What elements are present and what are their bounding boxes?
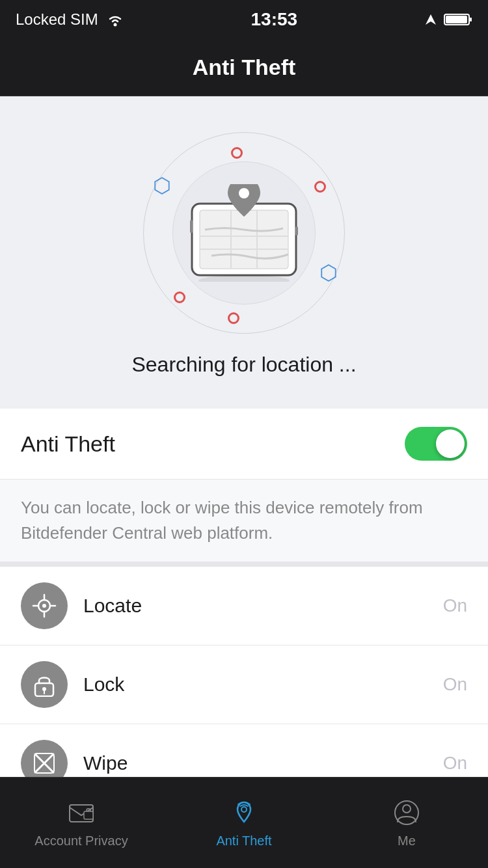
locate-label: Locate [83,595,142,617]
anti-theft-label: Anti Theft [21,431,115,457]
hex-right: ⬡ [319,260,338,285]
tab-bar: Account Privacy Anti Theft Me [0,777,488,868]
hex-left: ⬡ [153,173,171,198]
lock-row[interactable]: Lock On [0,645,488,724]
dot-bottom [228,312,239,324]
tab-me-label: Me [398,834,416,848]
wipe-status: On [443,753,467,774]
anti-theft-toggle-section: Anti Theft [0,409,488,480]
status-right [424,12,472,27]
description-section: You can locate, lock or wipe this device… [0,480,488,567]
svg-rect-4 [446,16,467,23]
svg-rect-3 [470,18,472,21]
status-bar: Locked SIM 13:53 [0,0,488,39]
wifi-icon [106,12,124,27]
locate-icon [21,582,68,629]
location-area: ⬡ ⬡ Searching for location [0,96,488,409]
svg-rect-12 [295,226,298,236]
svg-rect-11 [190,220,193,233]
tab-account-privacy[interactable]: Account Privacy [0,797,163,848]
description-text: You can locate, lock or wipe this device… [21,495,467,546]
phone-map-icon [179,184,309,282]
anti-theft-icon [228,797,260,828]
lock-status: On [443,674,467,695]
status-left: Locked SIM [16,10,124,29]
status-time: 13:53 [251,9,298,30]
lock-left: Lock [21,661,124,708]
tab-anti-theft-label: Anti Theft [216,834,271,848]
lock-label: Lock [83,673,124,696]
page-title: Anti Theft [193,55,296,80]
account-privacy-icon [66,797,97,828]
locate-status: On [443,595,467,616]
anti-theft-toggle[interactable] [405,427,467,461]
svg-point-0 [113,23,116,27]
tab-me[interactable]: Me [325,797,488,848]
location-arrow-icon [424,13,437,26]
svg-rect-28 [84,811,93,819]
svg-point-29 [241,807,247,812]
features-section: Locate On Lock On [0,567,488,803]
lock-icon [21,661,68,708]
tab-account-privacy-label: Account Privacy [34,834,128,848]
map-animation: ⬡ ⬡ [140,129,348,337]
searching-text: Searching for location ... [131,353,356,377]
svg-rect-6 [200,210,288,269]
locate-left: Locate [21,582,142,629]
svg-point-20 [42,604,46,608]
me-icon [391,797,422,828]
wipe-label: Wipe [83,752,128,774]
app-header: Anti Theft [0,39,488,96]
battery-icon [444,12,472,27]
locate-row[interactable]: Locate On [0,567,488,645]
carrier-text: Locked SIM [16,10,98,29]
svg-marker-1 [426,14,436,25]
tab-anti-theft[interactable]: Anti Theft [163,797,325,848]
dot-right [314,181,326,193]
toggle-knob [436,429,465,458]
dot-bottom-left [174,292,185,303]
svg-point-31 [403,805,411,813]
svg-point-13 [239,188,249,198]
dot-top [231,147,243,159]
